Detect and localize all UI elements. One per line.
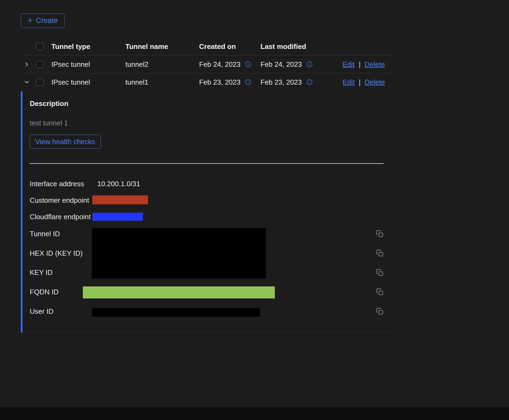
fqdn-id-redacted-value: [83, 286, 275, 298]
created-on-cell: Feb 24, 2023: [199, 60, 240, 68]
expand-row-button[interactable]: [24, 61, 30, 68]
tunnel-type-cell: IPsec tunnel: [51, 78, 90, 86]
user-id-redacted-value: [92, 308, 260, 317]
copy-fqdn-id-button[interactable]: [376, 288, 384, 296]
customer-endpoint-redacted-value: [92, 195, 148, 204]
description-value: test tunnel 1: [30, 119, 68, 127]
copy-icon: [376, 308, 384, 315]
view-health-checks-button[interactable]: View health checks: [30, 135, 101, 149]
edit-link[interactable]: Edit: [343, 78, 355, 86]
tunnel-name-cell: tunnel2: [125, 60, 148, 68]
collapse-row-button[interactable]: [24, 79, 30, 85]
actions-separator: |: [359, 60, 361, 68]
edit-link[interactable]: Edit: [343, 60, 355, 68]
tunnel-name-cell: tunnel1: [125, 78, 148, 86]
create-button-label: Create: [36, 16, 58, 25]
copy-icon: [376, 269, 384, 276]
actions-separator: |: [359, 78, 361, 86]
last-modified-cell: Feb 23, 2023: [260, 78, 302, 86]
last-modified-info-icon[interactable]: [306, 61, 313, 67]
ids-redacted-block: [92, 228, 266, 279]
copy-hex-id-button[interactable]: [376, 249, 384, 257]
key-id-label: KEY ID: [30, 268, 53, 276]
created-on-info-icon[interactable]: [245, 61, 251, 67]
user-id-label: User ID: [30, 307, 53, 315]
tunnel-details-panel: Description test tunnel 1 View health ch…: [21, 91, 392, 332]
cloudflare-endpoint-label: Cloudflare endpoint: [30, 213, 91, 221]
description-label: Description: [30, 99, 68, 108]
customer-endpoint-label: Customer endpoint: [30, 196, 89, 204]
column-header-created-on: Created on: [199, 42, 236, 51]
delete-link[interactable]: Delete: [365, 78, 385, 86]
created-on-info-icon[interactable]: [245, 79, 251, 85]
fqdn-id-label: FQDN ID: [30, 288, 59, 296]
row-checkbox[interactable]: [36, 79, 43, 86]
table-row-tunnel1: IPsec tunnel tunnel1 Feb 23, 2023 Feb 23…: [21, 73, 392, 91]
last-modified-info-icon[interactable]: [306, 79, 313, 85]
copy-icon: [376, 230, 384, 238]
copy-icon: [376, 249, 384, 257]
tunnels-table: Tunnel type Tunnel name Created on Last …: [21, 38, 392, 91]
bottom-strip: [0, 407, 509, 420]
select-all-checkbox[interactable]: [36, 43, 43, 50]
chevron-down-icon: [24, 79, 30, 85]
tunnel-type-cell: IPsec tunnel: [51, 60, 90, 68]
column-header-tunnel-name: Tunnel name: [125, 42, 168, 51]
plus-icon: +: [28, 16, 33, 25]
row-checkbox[interactable]: [36, 61, 43, 68]
last-modified-cell: Feb 24, 2023: [260, 60, 302, 68]
tunnel-id-label: Tunnel ID: [30, 230, 60, 238]
column-header-tunnel-type: Tunnel type: [51, 42, 90, 51]
created-on-cell: Feb 23, 2023: [199, 78, 240, 86]
copy-icon: [376, 288, 384, 296]
section-divider: [30, 163, 384, 164]
copy-tunnel-id-button[interactable]: [376, 230, 384, 238]
delete-link[interactable]: Delete: [365, 60, 385, 68]
table-header-row: Tunnel type Tunnel name Created on Last …: [21, 38, 392, 55]
cloudflare-endpoint-redacted-value: [92, 213, 143, 221]
create-button[interactable]: + Create: [21, 14, 65, 28]
hex-id-label: HEX ID (KEY ID): [30, 249, 83, 257]
table-bottom-border: [21, 332, 392, 333]
table-row-tunnel2: IPsec tunnel tunnel2 Feb 24, 2023 Feb 24…: [21, 55, 392, 73]
column-header-last-modified: Last modified: [260, 42, 306, 51]
copy-user-id-button[interactable]: [376, 308, 384, 315]
interface-address-label: Interface address: [30, 180, 84, 188]
chevron-right-icon: [24, 61, 30, 68]
copy-key-id-button[interactable]: [376, 269, 384, 276]
interface-address-value: 10.200.1.0/31: [97, 180, 140, 188]
